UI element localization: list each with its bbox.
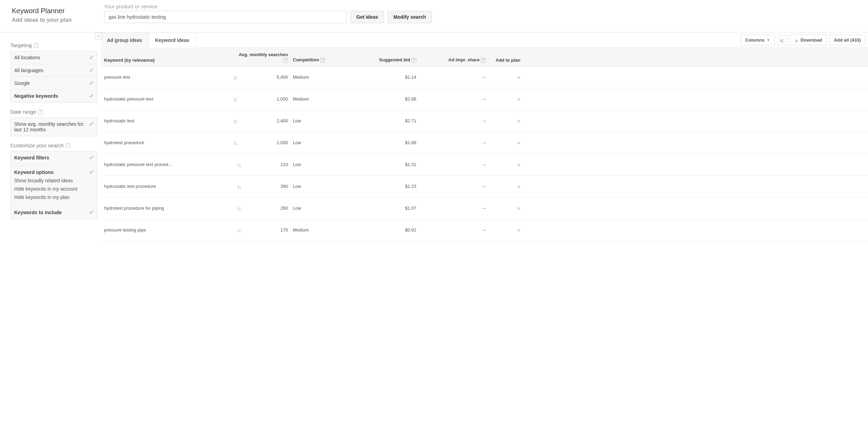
pencil-icon[interactable] — [89, 80, 94, 86]
keyword-filters-card[interactable]: Keyword filters — [10, 151, 97, 164]
add-to-plan-button[interactable]: » — [486, 96, 520, 102]
col-keyword[interactable]: Keyword (by relevance) — [104, 58, 222, 63]
keyword-option-line: Hide keywords in my account — [11, 185, 97, 193]
help-icon[interactable]: ? — [320, 58, 325, 63]
cell-keyword[interactable]: hydrostatic test procedure — [104, 184, 222, 189]
cell-impr: – — [416, 184, 486, 189]
cell-competition: Low — [288, 118, 357, 123]
columns-button[interactable]: Columns ▼ — [741, 35, 775, 45]
pencil-icon[interactable] — [89, 121, 94, 127]
cell-searches: 390 — [222, 184, 288, 189]
help-icon[interactable]: ? — [66, 143, 70, 148]
targeting-item[interactable]: Negative keywords — [11, 90, 97, 102]
pencil-icon[interactable] — [89, 93, 94, 99]
search-block: Your product or service Get ideas Modify… — [104, 3, 868, 23]
keywords-include-card[interactable]: Keywords to include — [10, 206, 97, 219]
add-to-plan-button[interactable]: » — [486, 118, 520, 124]
tab-keyword-ideas[interactable]: Keyword ideas — [149, 33, 196, 48]
download-button[interactable]: Download — [790, 35, 827, 45]
date-range-card[interactable]: Show avg. monthly searches for: last 12 … — [10, 117, 97, 136]
keyword-filters-label: Keyword filters — [14, 155, 49, 160]
header: Keyword Planner Add ideas to your plan Y… — [0, 0, 868, 23]
cell-impr: – — [416, 96, 486, 102]
chart-icon[interactable] — [233, 140, 238, 145]
help-icon[interactable]: ? — [38, 110, 43, 114]
collapse-sidebar-button[interactable]: « — [95, 33, 102, 40]
help-icon[interactable]: ? — [411, 58, 416, 63]
keyword-options-label: Keyword options — [14, 169, 54, 175]
cell-keyword[interactable]: pressure testing pipe — [104, 227, 222, 233]
pencil-icon[interactable] — [89, 155, 94, 161]
pencil-icon[interactable] — [89, 210, 94, 216]
chart-icon[interactable] — [237, 162, 242, 167]
help-icon[interactable]: ? — [481, 58, 486, 63]
chart-icon[interactable] — [233, 97, 238, 102]
targeting-item[interactable]: All locations — [11, 51, 97, 64]
cell-impr: – — [416, 140, 486, 145]
keywords-include-label: Keywords to include — [14, 210, 62, 215]
add-to-plan-button[interactable]: » — [486, 205, 520, 211]
download-label: Download — [801, 37, 822, 43]
help-icon[interactable]: ? — [283, 58, 288, 63]
add-to-plan-button[interactable]: » — [486, 140, 520, 146]
pencil-icon[interactable] — [89, 169, 94, 175]
date-range-text: Show avg. monthly searches for: last 12 … — [14, 121, 85, 132]
col-searches[interactable]: Avg. monthly searches ? — [222, 52, 288, 63]
cell-bid: $1.88 — [357, 140, 416, 145]
keywords-include-item[interactable]: Keywords to include — [11, 206, 97, 219]
chart-icon[interactable] — [237, 206, 242, 211]
add-to-plan-button[interactable]: » — [486, 227, 520, 233]
keyword-options-card[interactable]: Keyword options Show broadly related ide… — [10, 166, 97, 204]
table-row: hydrostatic test2,400Low$2.71–» — [101, 110, 868, 132]
pencil-icon[interactable] — [89, 55, 94, 61]
cell-keyword[interactable]: pressure test — [104, 75, 222, 80]
targeting-item[interactable]: Google — [11, 77, 97, 90]
add-to-plan-button[interactable]: » — [486, 162, 520, 168]
page-title: Keyword Planner — [12, 7, 104, 15]
cell-bid: $2.71 — [357, 118, 416, 123]
table-row: pressure test5,400Medium$1.14–» — [101, 67, 868, 88]
targeting-card: All locationsAll languagesGoogleNegative… — [10, 51, 97, 103]
add-to-plan-button[interactable]: » — [486, 183, 520, 190]
title-block: Keyword Planner Add ideas to your plan — [0, 3, 104, 23]
keyword-filters-item[interactable]: Keyword filters — [11, 151, 97, 164]
cell-keyword[interactable]: hydrotest procedure — [104, 140, 222, 145]
modify-search-button[interactable]: Modify search — [388, 11, 432, 23]
chart-icon[interactable] — [237, 228, 242, 233]
table-body: pressure test5,400Medium$1.14–»hydrostat… — [101, 67, 868, 241]
targeting-heading: Targeting ? — [10, 42, 97, 48]
search-input[interactable] — [104, 11, 347, 23]
chart-icon[interactable] — [233, 75, 238, 80]
pencil-icon[interactable] — [89, 68, 94, 73]
cell-bid: $1.23 — [357, 184, 416, 189]
help-icon[interactable]: ? — [34, 43, 39, 48]
cell-keyword[interactable]: hydrostatic pressure test proced… — [104, 162, 222, 167]
date-range-item[interactable]: Show avg. monthly searches for: last 12 … — [11, 118, 97, 136]
cell-competition: Medium — [288, 75, 357, 80]
search-label: Your product or service — [104, 3, 868, 11]
col-competition[interactable]: Competition ? — [288, 57, 357, 63]
add-to-plan-button[interactable]: » — [486, 74, 520, 80]
targeting-item[interactable]: All languages — [11, 64, 97, 77]
cell-impr: – — [416, 162, 486, 167]
cell-searches: 2,400 — [222, 118, 288, 123]
cell-keyword[interactable]: hydrostatic pressure test — [104, 96, 222, 102]
cell-competition: Medium — [288, 227, 357, 233]
chart-icon[interactable] — [233, 119, 238, 123]
col-bid[interactable]: Suggested bid ? — [357, 57, 416, 63]
cell-searches: 260 — [222, 206, 288, 211]
add-all-button[interactable]: Add all (433) — [829, 35, 865, 45]
keyword-option-line: Hide keywords in my plan — [11, 193, 97, 201]
chart-icon[interactable] — [237, 184, 242, 189]
sidebar: « Targeting ? All locationsAll languages… — [0, 33, 101, 220]
tab-ad-group-ideas[interactable]: Ad group ideas — [101, 33, 149, 48]
get-ideas-button[interactable]: Get ideas — [350, 11, 384, 23]
chart-toggle-button[interactable] — [777, 35, 787, 45]
cell-keyword[interactable]: hydrotest procedure for piping — [104, 206, 222, 211]
main: Ad group ideas Keyword ideas Columns ▼ D… — [101, 33, 868, 241]
keyword-options-item[interactable]: Keyword options — [11, 166, 97, 176]
customize-heading: Customize your search ? — [10, 142, 97, 148]
cell-keyword[interactable]: hydrostatic test — [104, 118, 222, 123]
col-impr[interactable]: Ad impr. share ? — [416, 57, 486, 63]
table-row: hydrotest procedure1,000Low$1.88–» — [101, 132, 868, 154]
